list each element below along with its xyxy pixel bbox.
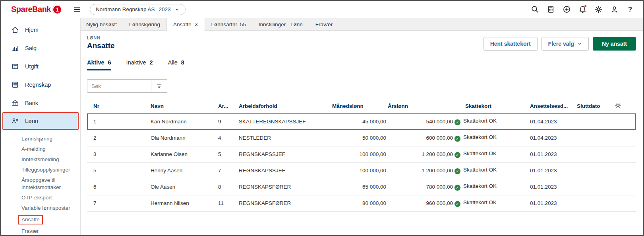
table-row[interactable]: 6 Ole Aasen 8 REGNSKAPSFØRER 65 000,00 7… [87, 179, 636, 195]
search-row [87, 79, 636, 93]
expense-icon [11, 62, 19, 70]
chevron-down-icon [175, 7, 180, 12]
sidebar-subitem-tilleggsopplysninger[interactable]: Tilleggsopplysninger [21, 165, 76, 175]
col-header-manedslonn: Månedslønn [332, 99, 388, 113]
sidebar-subitem-ansatte[interactable]: Ansatte [21, 213, 76, 226]
app-window: SpareBank 1 Nordmann Regnskap AS 2023 [0, 0, 644, 236]
payroll-icon [11, 117, 19, 125]
notifications-button[interactable] [576, 4, 588, 16]
flere-valg-button[interactable]: Flere valg [542, 37, 589, 51]
close-tab-icon[interactable]: × [195, 21, 198, 27]
col-header-nr: Nr [87, 99, 151, 113]
ny-ansatt-button[interactable]: Ny ansatt [593, 37, 636, 51]
sidebar-item-label: Bank [25, 100, 38, 106]
sparebank-logo: SpareBank 1 [11, 5, 62, 14]
sidebar-subitem-variable-lonnsposter[interactable]: Variable lønnsposter [21, 203, 76, 213]
col-header-sluttdato: Sluttdato [577, 99, 615, 113]
table-header-row: Nr Navn Ar... Arbeidsforhold Månedslønn … [87, 99, 636, 113]
col-header-arbeidsforhold: Arbeidsforhold [239, 99, 332, 113]
home-icon [11, 26, 19, 34]
check-circle-icon: ✓ [454, 119, 460, 125]
check-circle-icon: ✓ [454, 185, 460, 191]
table-row[interactable]: 1 Kari Nordmann 9 SKATTEREGNSKAPSSJEF 45… [87, 113, 636, 130]
sidebar-item-label: Utgift [25, 63, 39, 70]
main-area: Nylig besøkt: Lønnskjøring Ansatte × Løn… [81, 18, 643, 235]
sidebar-subitem-a-melding[interactable]: A-melding [21, 144, 76, 154]
recent-tab-innstillinger-lonn[interactable]: Innstillinger - Lønn [252, 18, 309, 30]
col-header-ansettelsesdato: Ansettelsesd... [530, 99, 577, 113]
menu-button[interactable] [73, 6, 81, 14]
gear-icon [615, 102, 621, 109]
sidebar-subitem-inntektsmelding[interactable]: Inntektsmelding [21, 154, 76, 165]
plus-circle-icon [563, 5, 571, 14]
tab-aktive[interactable]: Aktive 6 [87, 59, 111, 70]
topbar: SpareBank 1 Nordmann Regnskap AS 2023 [1, 1, 643, 18]
check-circle-icon: ✓ [454, 152, 460, 158]
brand-wordmark: SpareBank [11, 5, 51, 14]
col-header-navn: Navn [151, 99, 218, 113]
notification-dot [584, 5, 587, 8]
check-circle-icon: ✓ [454, 136, 460, 142]
sidebar-item-label: Lønn [25, 118, 38, 124]
table-row[interactable]: 3 Karianne Olsen 5 REGNSKAPSSJEF 100 000… [87, 146, 636, 162]
sidebar-subitem-otp-eksport[interactable]: OTP-eksport [21, 193, 76, 203]
status-filter-tabs: Aktive 6 Inaktive 2 Alle 8 [87, 59, 636, 70]
add-button[interactable] [561, 4, 572, 16]
topbar-icons: ? [529, 4, 636, 16]
recent-tabs-bar: Nylig besøkt: Lønnskjøring Ansatte × Løn… [81, 18, 643, 31]
calculator-button[interactable] [545, 4, 557, 16]
tab-count: 8 [181, 59, 184, 66]
employees-table: Nr Navn Ar... Arbeidsforhold Månedslønn … [87, 99, 636, 212]
sidebar-subitem-arsoppgave[interactable]: Årsoppgave til inntektsmottaker [21, 175, 76, 193]
sidebar-item-lonn[interactable]: Lønn [2, 112, 79, 130]
sidebar-item-regnskap[interactable]: Regnskap [1, 76, 80, 94]
tab-count: 2 [150, 59, 153, 66]
ledger-icon [11, 81, 19, 89]
sidebar-item-utgift[interactable]: Utgift [1, 57, 80, 76]
company-selector[interactable]: Nordmann Regnskap AS 2023 [90, 4, 186, 15]
sidebar-item-hjem[interactable]: Hjem [1, 21, 80, 39]
page-actions: Hent skattekort Flere valg Ny ansatt [483, 37, 636, 51]
check-circle-icon: ✓ [454, 168, 460, 174]
hent-skattekort-button[interactable]: Hent skattekort [483, 37, 538, 51]
recent-label: Nylig besøkt: [86, 18, 117, 30]
bank-icon [11, 99, 19, 107]
help-icon: ? [628, 6, 632, 14]
search-button[interactable] [529, 4, 541, 16]
tab-alle[interactable]: Alle 8 [168, 59, 184, 70]
recent-tab-ansatte[interactable]: Ansatte × [166, 18, 205, 31]
filter-icon [156, 83, 162, 90]
recent-tab-lonnskjoring[interactable]: Lønnskjøring [123, 18, 166, 30]
calculator-icon [547, 5, 555, 14]
table-row[interactable]: 2 Ola Nordmann 4 NESTLEDER 50 000,00 600… [87, 130, 636, 146]
recent-tab-lonnsartnr[interactable]: Lønnsartnr. 55 [205, 18, 252, 30]
sidebar-item-label: Hjem [25, 27, 39, 33]
col-header-arslonn: Årslønn [388, 99, 454, 113]
settings-button[interactable] [592, 4, 604, 16]
sales-chart-icon [11, 44, 19, 52]
table-settings-button[interactable] [615, 102, 621, 110]
page-content: LØNN Ansatte Hent skattekort Flere valg … [81, 31, 643, 235]
sidebar-item-label: Salg [25, 45, 37, 51]
sidebar: Hjem Salg Utgift Regnskap Bank Lønn [1, 18, 81, 235]
sidebar-item-label: Regnskap [25, 82, 51, 88]
hamburger-icon [73, 6, 81, 14]
sidebar-subitem-fravaer[interactable]: Fravær [21, 226, 76, 235]
user-button[interactable] [608, 4, 620, 16]
sidebar-subitem-lonnskjoring[interactable]: Lønnskjøring [21, 134, 76, 144]
brand-badge: 1 [52, 5, 62, 14]
search-icon [531, 5, 539, 14]
table-row[interactable]: 5 Henny Aasen 7 REGNSKAPSSJEF 100 000,00… [87, 162, 636, 179]
help-button[interactable]: ? [624, 4, 636, 16]
col-header-ar: Ar... [218, 99, 239, 113]
chevron-down-icon [577, 41, 582, 46]
tab-inaktive[interactable]: Inaktive 2 [126, 59, 153, 70]
table-row[interactable]: 7 Hermann Nilsen 11 REGNSKAPSFØRER 80 00… [87, 195, 636, 211]
filter-button[interactable] [151, 79, 167, 93]
recent-tab-fravaer[interactable]: Fravær [309, 18, 339, 30]
page-heading: LØNN Ansatte [87, 35, 115, 50]
sidebar-item-salg[interactable]: Salg [1, 39, 80, 57]
search-input[interactable] [87, 79, 151, 93]
col-header-skattekort: Skattekort [454, 99, 530, 113]
sidebar-item-bank[interactable]: Bank [1, 94, 80, 112]
